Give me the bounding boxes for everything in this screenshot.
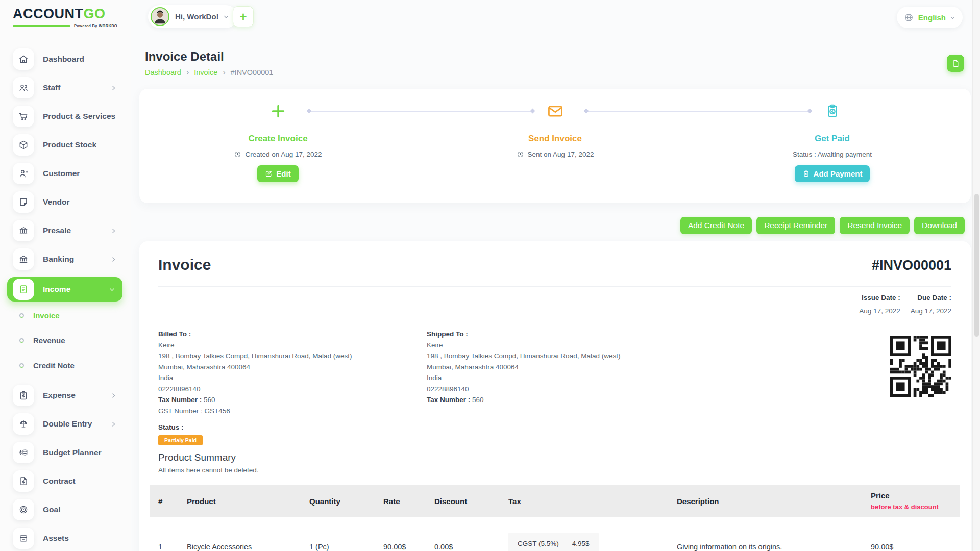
sidebar-item-label: Expense bbox=[43, 391, 76, 400]
bank-icon bbox=[13, 220, 34, 241]
invoice-dates: Issue Date : Aug 17, 2022 Due Date : Aug… bbox=[859, 294, 951, 315]
scrollbar-thumb[interactable] bbox=[974, 194, 979, 337]
edit-button[interactable]: Edit bbox=[257, 165, 298, 182]
brand-underline bbox=[13, 25, 70, 27]
clipboard-icon bbox=[802, 170, 810, 178]
col-num: # bbox=[150, 485, 179, 517]
sidebar-item-income[interactable]: Income bbox=[7, 277, 122, 302]
step-status: Sent on Aug 17, 2022 bbox=[517, 151, 594, 158]
brand-logo[interactable]: ACCOUNTGO Powered By WORKDO bbox=[13, 6, 117, 28]
sidebar-item-banking[interactable]: Banking bbox=[0, 248, 131, 270]
chevron-down-icon bbox=[950, 15, 955, 20]
invoice-card: Invoice #INVO00001 Issue Date : Aug 17, … bbox=[139, 241, 971, 551]
cell-discount: 0.00$ bbox=[426, 517, 500, 551]
sidebar-item-dashboard[interactable]: Dashboard bbox=[0, 48, 131, 70]
document-icon bbox=[951, 59, 960, 68]
sidebar-item-goal[interactable]: Goal bbox=[0, 499, 131, 520]
cell-tax: CGST (5.5%) 4.95$ bbox=[500, 517, 669, 551]
sidebar-item-budget-planner[interactable]: Budget Planner bbox=[0, 442, 131, 463]
app-window: ACCOUNTGO Powered By WORKDO Dashboard St… bbox=[0, 0, 980, 551]
resend-invoice-button[interactable]: Resend Invoice bbox=[840, 217, 910, 234]
user-menu[interactable]: Hi, WorkDo! bbox=[148, 5, 237, 28]
breadcrumb-invoice[interactable]: Invoice bbox=[194, 68, 217, 77]
chevron-right-icon bbox=[110, 392, 117, 399]
add-button[interactable]: + bbox=[233, 6, 254, 27]
sidebar-subitem-credit-note[interactable]: Credit Note bbox=[0, 360, 131, 371]
sidebar-item-double-entry[interactable]: Double Entry bbox=[0, 413, 131, 435]
sidebar-subitem-revenue[interactable]: Revenue bbox=[0, 335, 131, 346]
breadcrumb-separator: › bbox=[223, 68, 225, 77]
sidebar-item-label: Budget Planner bbox=[43, 448, 102, 457]
sidebar-item-label: Customer bbox=[43, 169, 80, 178]
step-create-invoice: Create Invoice Created on Aug 17, 2022 E… bbox=[139, 89, 416, 203]
col-discount: Discount bbox=[426, 485, 500, 517]
product-table: # Product Quantity Rate Discount Tax Des… bbox=[150, 485, 960, 551]
sidebar-item-label: Goal bbox=[43, 505, 60, 514]
due-date: Due Date : Aug 17, 2022 bbox=[911, 294, 951, 315]
breadcrumb-dashboard[interactable]: Dashboard bbox=[145, 68, 181, 77]
sidebar-item-product-services[interactable]: Product & Services bbox=[0, 106, 131, 127]
breadcrumb: Dashboard › Invoice › #INVO00001 bbox=[145, 68, 273, 77]
sidebar-item-label: Income bbox=[43, 285, 70, 294]
sidebar-item-staff[interactable]: Staff bbox=[0, 77, 131, 98]
sidebar-nav: Dashboard Staff Product & Services Produ… bbox=[0, 48, 131, 551]
product-summary-title: Product Summary bbox=[158, 452, 236, 463]
sidebar-item-label: Dashboard bbox=[43, 55, 84, 64]
sidebar-item-customer[interactable]: Customer bbox=[0, 163, 131, 184]
contract-icon bbox=[13, 470, 34, 492]
globe-icon bbox=[904, 13, 914, 22]
sidebar-item-presale[interactable]: Presale bbox=[0, 220, 131, 241]
step-title: Send Invoice bbox=[528, 134, 582, 144]
sidebar-item-vendor[interactable]: Vendor bbox=[0, 191, 131, 213]
cell-price: 90.00$ bbox=[863, 517, 960, 551]
step-title: Get Paid bbox=[815, 134, 850, 144]
tax-detail-box: CGST (5.5%) 4.95$ bbox=[508, 533, 599, 551]
sidebar-item-product-stock[interactable]: Product Stock bbox=[0, 134, 131, 156]
breadcrumb-current: #INVO00001 bbox=[231, 68, 274, 77]
bullet-icon bbox=[19, 363, 24, 368]
user-greeting: Hi, WorkDo! bbox=[175, 12, 219, 21]
chevron-right-icon bbox=[110, 228, 117, 234]
issue-date: Issue Date : Aug 17, 2022 bbox=[859, 294, 900, 315]
sidebar-subitem-label: Invoice bbox=[33, 311, 60, 320]
user-plus-icon bbox=[13, 163, 34, 184]
sidebar-item-label: Product & Services bbox=[43, 112, 115, 121]
download-button[interactable]: Download bbox=[914, 217, 965, 234]
col-tax: Tax bbox=[500, 485, 669, 517]
table-row: 1 Bicycle Accessories 1 (Pc) 90.00$ 0.00… bbox=[150, 517, 960, 551]
status-badge: Partialy Paid bbox=[158, 435, 203, 445]
sidebar-item-label: Presale bbox=[43, 226, 71, 235]
shipped-to-block: Shipped To : Keire 198 , Bombay Talkies … bbox=[427, 329, 620, 406]
status-label: Status : bbox=[158, 423, 184, 431]
sidebar-item-expense[interactable]: Expense bbox=[0, 385, 131, 406]
col-quantity: Quantity bbox=[301, 485, 375, 517]
sidebar-subitem-label: Credit Note bbox=[33, 361, 75, 370]
receipt-reminder-button[interactable]: Receipt Reminder bbox=[756, 217, 835, 234]
chevron-right-icon bbox=[110, 85, 117, 91]
step-title: Create Invoice bbox=[248, 134, 307, 144]
users-icon bbox=[13, 77, 34, 98]
price-note: before tax & discount bbox=[871, 503, 960, 511]
col-description: Description bbox=[669, 485, 863, 517]
chevron-right-icon bbox=[110, 421, 117, 428]
billed-to-block: Billed To : Keire 198 , Bombay Talkies C… bbox=[158, 329, 352, 416]
archive-icon bbox=[13, 528, 34, 549]
language-selector[interactable]: English bbox=[897, 7, 963, 28]
divider bbox=[158, 286, 951, 287]
step-send-invoice: Send Invoice Sent on Aug 17, 2022 bbox=[416, 89, 694, 203]
target-icon bbox=[13, 499, 34, 520]
sidebar-item-label: Banking bbox=[43, 255, 74, 264]
chevron-down-icon bbox=[223, 14, 229, 20]
sidebar-subitem-label: Revenue bbox=[33, 336, 65, 345]
export-document-button[interactable] bbox=[947, 55, 964, 72]
sidebar-item-assets[interactable]: Assets bbox=[0, 528, 131, 549]
breadcrumb-separator: › bbox=[186, 68, 189, 77]
step-status: Status : Awaiting payment bbox=[793, 151, 872, 158]
sidebar-subitem-invoice[interactable]: Invoice bbox=[0, 310, 131, 321]
add-credit-note-button[interactable]: Add Credit Note bbox=[680, 217, 752, 234]
sidebar-item-label: Double Entry bbox=[43, 419, 92, 429]
note-icon bbox=[13, 191, 34, 213]
sidebar-item-contract[interactable]: Contract bbox=[0, 470, 131, 492]
bullet-icon bbox=[19, 338, 24, 343]
add-payment-button[interactable]: Add Payment bbox=[795, 165, 870, 182]
